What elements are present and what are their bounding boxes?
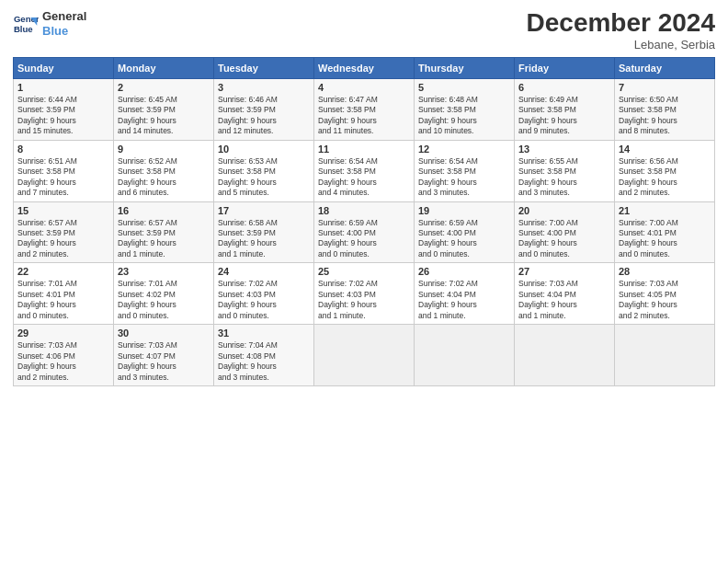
day-info: Sunrise: 6:48 AM Sunset: 3:58 PM Dayligh… [418,95,510,137]
day-info: Sunrise: 6:57 AM Sunset: 3:59 PM Dayligh… [17,218,109,260]
day-info: Sunrise: 6:54 AM Sunset: 3:58 PM Dayligh… [318,156,410,199]
calendar-week-row: 15Sunrise: 6:57 AM Sunset: 3:59 PM Dayli… [14,201,715,263]
day-number: 11 [318,144,410,155]
day-number: 16 [118,205,210,216]
day-number: 13 [518,144,610,155]
day-number: 25 [318,266,410,277]
calendar-cell: 8Sunrise: 6:51 AM Sunset: 3:58 PM Daylig… [14,140,114,201]
day-number: 1 [17,82,109,93]
day-info: Sunrise: 7:03 AM Sunset: 4:04 PM Dayligh… [518,279,610,321]
day-info: Sunrise: 6:52 AM Sunset: 3:58 PM Dayligh… [118,156,210,199]
day-info: Sunrise: 6:50 AM Sunset: 3:58 PM Dayligh… [619,95,711,137]
calendar-cell: 9Sunrise: 6:52 AM Sunset: 3:58 PM Daylig… [114,140,214,201]
calendar-cell: 22Sunrise: 7:01 AM Sunset: 4:01 PM Dayli… [14,263,114,325]
column-header-saturday: Saturday [615,57,715,78]
day-info: Sunrise: 6:49 AM Sunset: 3:58 PM Dayligh… [518,95,610,137]
day-number: 2 [118,82,210,93]
day-number: 14 [619,144,711,155]
day-number: 26 [418,266,510,277]
calendar-cell: 14Sunrise: 6:56 AM Sunset: 3:58 PM Dayli… [615,140,715,201]
day-info: Sunrise: 6:59 AM Sunset: 4:00 PM Dayligh… [418,218,510,260]
subtitle: Lebane, Serbia [527,38,715,52]
day-info: Sunrise: 6:58 AM Sunset: 3:59 PM Dayligh… [218,218,310,260]
calendar-cell [615,325,715,386]
day-info: Sunrise: 7:02 AM Sunset: 4:04 PM Dayligh… [418,279,510,321]
day-number: 18 [318,205,410,216]
day-number: 28 [619,266,711,277]
day-info: Sunrise: 6:45 AM Sunset: 3:59 PM Dayligh… [118,95,210,137]
calendar-cell: 1Sunrise: 6:44 AM Sunset: 3:59 PM Daylig… [14,78,114,140]
day-info: Sunrise: 7:02 AM Sunset: 4:03 PM Dayligh… [318,279,410,321]
calendar-cell: 5Sunrise: 6:48 AM Sunset: 3:58 PM Daylig… [415,78,515,140]
day-number: 24 [218,266,310,277]
calendar-cell: 29Sunrise: 7:03 AM Sunset: 4:06 PM Dayli… [14,325,114,386]
day-info: Sunrise: 6:44 AM Sunset: 3:59 PM Dayligh… [17,95,109,137]
day-number: 8 [17,144,109,155]
day-number: 21 [619,205,711,216]
calendar-cell: 2Sunrise: 6:45 AM Sunset: 3:59 PM Daylig… [114,78,214,140]
day-info: Sunrise: 7:01 AM Sunset: 4:02 PM Dayligh… [118,279,210,321]
day-number: 12 [418,144,510,155]
day-number: 29 [17,327,109,339]
calendar-cell [314,325,415,386]
day-info: Sunrise: 7:00 AM Sunset: 4:00 PM Dayligh… [518,218,610,260]
calendar-week-row: 22Sunrise: 7:01 AM Sunset: 4:01 PM Dayli… [14,263,715,325]
calendar-cell: 24Sunrise: 7:02 AM Sunset: 4:03 PM Dayli… [214,263,314,325]
day-info: Sunrise: 7:00 AM Sunset: 4:01 PM Dayligh… [619,218,711,260]
column-header-monday: Monday [114,57,214,78]
calendar-cell: 16Sunrise: 6:57 AM Sunset: 3:59 PM Dayli… [114,201,214,263]
day-number: 10 [218,144,310,155]
day-number: 19 [418,205,510,216]
day-number: 6 [518,82,610,93]
svg-text:Blue: Blue [14,23,33,33]
calendar-cell: 7Sunrise: 6:50 AM Sunset: 3:58 PM Daylig… [615,78,715,140]
calendar-header-row: SundayMondayTuesdayWednesdayThursdayFrid… [14,57,715,78]
day-info: Sunrise: 6:56 AM Sunset: 3:58 PM Dayligh… [619,156,711,199]
day-number: 3 [218,82,310,93]
main-title: December 2024 [527,9,715,38]
calendar-cell: 30Sunrise: 7:03 AM Sunset: 4:07 PM Dayli… [114,325,214,386]
day-info: Sunrise: 6:51 AM Sunset: 3:58 PM Dayligh… [17,156,109,199]
day-info: Sunrise: 6:53 AM Sunset: 3:58 PM Dayligh… [218,156,310,199]
calendar-cell: 10Sunrise: 6:53 AM Sunset: 3:58 PM Dayli… [214,140,314,201]
calendar-cell: 20Sunrise: 7:00 AM Sunset: 4:00 PM Dayli… [515,201,615,263]
day-info: Sunrise: 7:01 AM Sunset: 4:01 PM Dayligh… [17,279,109,321]
day-number: 5 [418,82,510,93]
logo: General Blue General Blue [13,9,86,38]
calendar-week-row: 1Sunrise: 6:44 AM Sunset: 3:59 PM Daylig… [14,78,715,140]
column-header-sunday: Sunday [14,57,114,78]
day-number: 27 [518,266,610,277]
calendar-cell: 28Sunrise: 7:03 AM Sunset: 4:05 PM Dayli… [615,263,715,325]
calendar-cell: 11Sunrise: 6:54 AM Sunset: 3:58 PM Dayli… [314,140,415,201]
day-number: 17 [218,205,310,216]
day-number: 7 [619,82,711,93]
day-number: 23 [118,266,210,277]
calendar-cell: 6Sunrise: 6:49 AM Sunset: 3:58 PM Daylig… [515,78,615,140]
day-number: 4 [318,82,410,93]
day-number: 22 [17,266,109,277]
calendar-cell: 27Sunrise: 7:03 AM Sunset: 4:04 PM Dayli… [515,263,615,325]
calendar-cell: 17Sunrise: 6:58 AM Sunset: 3:59 PM Dayli… [214,201,314,263]
calendar-cell [415,325,515,386]
day-info: Sunrise: 6:47 AM Sunset: 3:58 PM Dayligh… [318,95,410,137]
logo-text-line2: Blue [42,24,86,39]
calendar-cell: 26Sunrise: 7:02 AM Sunset: 4:04 PM Dayli… [415,263,515,325]
day-info: Sunrise: 7:03 AM Sunset: 4:05 PM Dayligh… [619,279,711,321]
column-header-tuesday: Tuesday [214,57,314,78]
calendar-cell: 4Sunrise: 6:47 AM Sunset: 3:58 PM Daylig… [314,78,415,140]
day-info: Sunrise: 6:55 AM Sunset: 3:58 PM Dayligh… [518,156,610,199]
title-block: December 2024 Lebane, Serbia [527,9,715,52]
day-info: Sunrise: 6:46 AM Sunset: 3:59 PM Dayligh… [218,95,310,137]
calendar-cell: 19Sunrise: 6:59 AM Sunset: 4:00 PM Dayli… [415,201,515,263]
day-info: Sunrise: 7:04 AM Sunset: 4:08 PM Dayligh… [218,340,310,383]
day-info: Sunrise: 6:54 AM Sunset: 3:58 PM Dayligh… [418,156,510,199]
column-header-wednesday: Wednesday [314,57,415,78]
calendar-cell: 13Sunrise: 6:55 AM Sunset: 3:58 PM Dayli… [515,140,615,201]
day-number: 15 [17,205,109,216]
calendar-cell: 18Sunrise: 6:59 AM Sunset: 4:00 PM Dayli… [314,201,415,263]
calendar-cell: 25Sunrise: 7:02 AM Sunset: 4:03 PM Dayli… [314,263,415,325]
day-number: 20 [518,205,610,216]
column-header-friday: Friday [515,57,615,78]
calendar-cell: 31Sunrise: 7:04 AM Sunset: 4:08 PM Dayli… [214,325,314,386]
day-info: Sunrise: 7:03 AM Sunset: 4:07 PM Dayligh… [118,340,210,383]
